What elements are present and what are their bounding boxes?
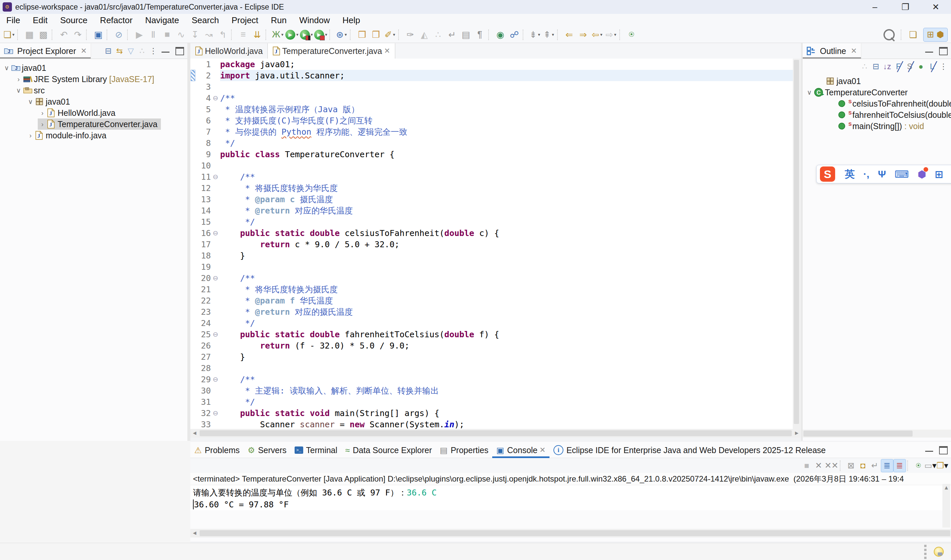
- toolbar-debug-icon[interactable]: Ж▾: [271, 28, 285, 42]
- outline-people-icon[interactable]: ∴: [859, 61, 870, 72]
- code-text[interactable]: return (f - 32.0) * 5.0 / 9.0;: [220, 340, 793, 351]
- editor-tab-helloworld-java[interactable]: JHelloWorld.java: [190, 43, 268, 58]
- code-line[interactable]: 17 return c * 9.0 / 5.0 + 32.0;: [190, 238, 793, 250]
- code-line[interactable]: 24 */: [190, 317, 793, 329]
- fold-icon[interactable]: ⊖: [211, 229, 220, 237]
- toolbar-prev-annot-icon[interactable]: ⇞▾: [542, 28, 556, 42]
- explorer-item-jre-system-library[interactable]: ›JRE System Library [JavaSE-17]: [14, 74, 158, 85]
- close-icon[interactable]: ✕: [851, 47, 857, 55]
- search-icon[interactable]: [883, 29, 895, 40]
- code-line[interactable]: 31 */: [190, 396, 793, 408]
- code-text[interactable]: * @return 对应的华氏温度: [220, 205, 793, 216]
- status-drag-handle[interactable]: [924, 545, 926, 559]
- restore-button[interactable]: ❐: [890, 0, 920, 14]
- dropdown-arrow-icon[interactable]: ▾: [311, 32, 313, 37]
- code-text[interactable]: public class TemperatureConverter {: [220, 149, 793, 160]
- code-text[interactable]: * 将摄氏度转换为华氏度: [220, 182, 793, 194]
- code-text[interactable]: * 主逻辑: 读取输入、解析、判断单位、转换并输出: [220, 385, 793, 396]
- explorer-link-icon[interactable]: ⇆: [114, 45, 125, 57]
- code-line[interactable]: 11⊖ /**: [190, 171, 793, 182]
- code-line[interactable]: 30 * 主逻辑: 读取输入、解析、判断单位、转换并输出: [190, 385, 793, 396]
- code-editor[interactable]: 1package java01;2import java.util.Scanne…: [190, 58, 793, 429]
- code-text[interactable]: /**: [220, 92, 793, 104]
- menu-item-search[interactable]: Search: [185, 15, 225, 26]
- fold-icon[interactable]: ⊖: [211, 274, 220, 282]
- open-perspective-icon[interactable]: ❏: [906, 28, 920, 42]
- explorer-item-java01[interactable]: ∨Jjava01: [2, 62, 50, 74]
- editor-horizontal-scrollbar[interactable]: ◄ ►: [190, 429, 801, 437]
- dropdown-arrow-icon[interactable]: ▾: [932, 461, 936, 470]
- menu-item-help[interactable]: Help: [336, 15, 366, 26]
- toolbar-format-icon[interactable]: ◭: [417, 28, 431, 42]
- maximize-view-icon[interactable]: [939, 47, 948, 55]
- outline-item-temperatureconverter[interactable]: ∨C▸TemperatureConverter: [805, 87, 911, 98]
- dropdown-arrow-icon[interactable]: ▾: [345, 32, 347, 37]
- toolbar-step-filters-icon[interactable]: ⇊: [250, 28, 264, 42]
- toolbar-profile-icon[interactable]: ▶▾: [314, 28, 328, 42]
- explorer-collapse-icon[interactable]: ⊟: [103, 45, 114, 57]
- bottom-tab-servers[interactable]: ⚙Servers: [244, 443, 291, 458]
- console-wrap-icon[interactable]: ↵: [869, 459, 881, 472]
- code-text[interactable]: [220, 362, 793, 374]
- toolbar-organize-imports-icon[interactable]: ↵: [445, 28, 459, 42]
- toolbar-undo-icon[interactable]: ↶: [57, 28, 71, 42]
- expander-icon[interactable]: ∨: [14, 86, 23, 94]
- toolbar-save-icon[interactable]: ▦: [23, 28, 36, 42]
- bottom-tab-terminal[interactable]: >_Terminal: [291, 443, 341, 458]
- code-line[interactable]: 15 */: [190, 216, 793, 228]
- toolbar-highlight-icon[interactable]: ✐▾: [383, 28, 397, 42]
- code-text[interactable]: * 与你提供的 Python 程序功能、逻辑完全一致: [220, 126, 793, 137]
- bottom-tab-data-source-explorer[interactable]: ≈Data Source Explorer: [341, 443, 436, 458]
- toolbar-suspend-icon[interactable]: Ⅱ: [146, 28, 160, 42]
- skin-icon[interactable]: ⬢: [917, 168, 926, 180]
- code-text[interactable]: * 温度转换器示例程序（Java 版）: [220, 104, 793, 115]
- code-text[interactable]: * @return 对应的摄氏温度: [220, 306, 793, 317]
- code-line[interactable]: 21 * 将华氏度转换为摄氏度: [190, 284, 793, 295]
- toolbar-step-into-icon[interactable]: ↧: [188, 28, 202, 42]
- console-clear-icon[interactable]: ⊠: [845, 459, 857, 472]
- ime-language-mode[interactable]: 英: [845, 168, 855, 181]
- scroll-left-icon[interactable]: ◄: [190, 530, 199, 537]
- expander-icon[interactable]: ›: [26, 132, 35, 139]
- explorer-item-src[interactable]: ∨src: [14, 85, 48, 96]
- menu-item-navigate[interactable]: Navigate: [139, 15, 185, 26]
- code-line[interactable]: 32⊖ public static void main(String[] arg…: [190, 408, 793, 418]
- toolbar-step-return-icon[interactable]: ↰: [216, 28, 230, 42]
- toolbar-new-wizard-icon[interactable]: ❏▾: [2, 28, 16, 42]
- close-icon[interactable]: ✕: [540, 446, 546, 454]
- toolbar-save-all-icon[interactable]: ▩: [36, 28, 50, 42]
- dropdown-arrow-icon[interactable]: ▾: [296, 32, 299, 37]
- code-line[interactable]: 25⊖ public static double fahrenheitToCel…: [190, 329, 793, 340]
- expander-icon[interactable]: ›: [38, 120, 47, 128]
- code-text[interactable]: public static double celsiusToFahrenheit…: [220, 228, 793, 238]
- code-text[interactable]: */: [220, 137, 793, 149]
- scroll-left-icon[interactable]: ◄: [190, 430, 199, 437]
- menu-item-file[interactable]: File: [0, 15, 26, 26]
- code-text[interactable]: /**: [220, 374, 793, 385]
- code-line[interactable]: 16⊖ public static double celsiusToFahren…: [190, 228, 793, 238]
- console-horizontal-scrollbar[interactable]: ◄: [190, 529, 951, 537]
- code-text[interactable]: * 支持摄氏度(C)与华氏度(F)之间互转: [220, 115, 793, 126]
- toolbar-run-icon[interactable]: ▶▾: [285, 28, 299, 42]
- toolbar-pin-editor-icon[interactable]: ⍟: [625, 28, 639, 42]
- menu-item-source[interactable]: Source: [54, 15, 94, 26]
- code-line[interactable]: 28: [190, 362, 793, 374]
- code-text[interactable]: import java.util.Scanner;: [220, 70, 793, 81]
- toolbar-external-tools-icon[interactable]: ⊛▾: [335, 28, 349, 42]
- code-text[interactable]: }: [220, 250, 793, 261]
- minimize-view-icon[interactable]: [162, 50, 169, 52]
- minimize-view-icon[interactable]: [925, 50, 933, 52]
- code-text[interactable]: * 将华氏度转换为摄氏度: [220, 284, 793, 295]
- code-line[interactable]: 6 * 支持摄氏度(C)与华氏度(F)之间互转: [190, 115, 793, 126]
- outline-horizontal-scrollbar[interactable]: [803, 429, 951, 437]
- dropdown-arrow-icon[interactable]: ▾: [552, 32, 554, 37]
- sogou-logo-icon[interactable]: S: [820, 166, 835, 182]
- console-open-icon[interactable]: ❒▾: [936, 459, 948, 472]
- code-line[interactable]: 8 */: [190, 137, 793, 149]
- editor-vertical-scrollbar[interactable]: [793, 58, 801, 429]
- toolbar-whitespace-icon[interactable]: ¶: [473, 28, 487, 42]
- bottom-tab-eclipse-ide-for-enterprise-java-and-web-developers-2025-12-release[interactable]: iEclipse IDE for Enterprise Java and Web…: [549, 443, 829, 458]
- explorer-editor-sash[interactable]: [187, 43, 190, 441]
- toolbar-open-console-icon[interactable]: ▣: [91, 28, 105, 42]
- code-line[interactable]: 18 }: [190, 250, 793, 261]
